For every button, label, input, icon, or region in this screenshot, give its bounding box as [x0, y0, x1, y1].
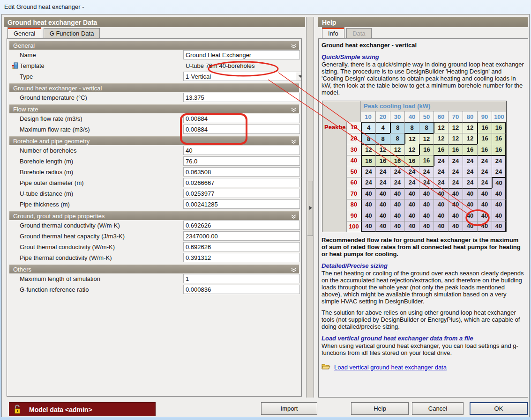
- collapse-chevron-icon[interactable]: [291, 139, 296, 145]
- form-row: Pipe thermal conductivity (W/m-K): [9, 252, 299, 263]
- collapse-chevron-icon[interactable]: [291, 107, 296, 113]
- form-row: Ground thermal conductivity (W/m-K): [9, 220, 299, 231]
- cooling-load-col-header: 20: [375, 111, 390, 122]
- cancel-button[interactable]: Cancel: [412, 402, 464, 415]
- field-input[interactable]: [183, 125, 300, 134]
- table-cell: 24: [375, 166, 390, 177]
- heating-load-row-header: 50: [347, 166, 361, 177]
- table-cell: 8: [419, 122, 434, 133]
- table-cell: 24: [434, 155, 448, 166]
- tab-g-function-data[interactable]: G Function Data: [44, 28, 100, 38]
- table-cell: 40: [492, 188, 506, 199]
- heating-load-row-header: 30: [347, 144, 361, 155]
- section-header[interactable]: Ground, grout and pipe properties: [9, 211, 299, 220]
- table-cell: 12: [375, 144, 390, 155]
- field-label: Pipe thermal conductivity (W/m-K): [20, 254, 112, 261]
- field-input[interactable]: [183, 274, 300, 283]
- import-button[interactable]: Import: [261, 402, 317, 415]
- tab-general[interactable]: General: [7, 27, 41, 38]
- table-cell: 40: [463, 199, 477, 210]
- table-cell: 40: [375, 199, 390, 210]
- collapse-chevron-icon[interactable]: [291, 43, 296, 50]
- form-row: U-tube distance (m): [9, 188, 299, 199]
- section-header[interactable]: Borehole and pipe geometry: [9, 136, 299, 145]
- table-cell: 16: [492, 122, 506, 133]
- field-input[interactable]: [183, 189, 300, 198]
- collapse-chevron-icon[interactable]: [291, 267, 296, 273]
- field-input[interactable]: [183, 167, 300, 177]
- borehole-sizing-table: Peak cooling load (kW)102030405060708090…: [322, 101, 507, 232]
- cooling-load-col-header: 10: [361, 111, 375, 122]
- field-label: Number of boreholes: [20, 147, 76, 154]
- section-header[interactable]: Ground heat exchanger - vertical: [9, 83, 299, 92]
- window-titlebar[interactable]: Edit Ground heat exchanger -: [0, 0, 531, 14]
- field-input[interactable]: [183, 50, 300, 59]
- table-cell: 16: [404, 155, 419, 166]
- cooling-load-col-header: 30: [390, 111, 404, 122]
- table-cell: 40: [477, 188, 492, 199]
- table-cell: 40: [419, 188, 434, 199]
- section-header[interactable]: Flow rate: [9, 104, 299, 113]
- open-folder-icon[interactable]: [322, 363, 330, 371]
- field-label: Grout thermal conductivity (W/m-K): [20, 243, 115, 251]
- solution-text: The solution for above relies on using o…: [322, 309, 525, 330]
- table-cell: 4: [361, 122, 375, 133]
- field-static-value[interactable]: U-tube 76m 40-boreholes: [183, 62, 300, 69]
- table-cell: 40: [361, 210, 375, 221]
- section-header[interactable]: General: [9, 41, 299, 50]
- help-button[interactable]: Help: [351, 402, 409, 415]
- field-input[interactable]: [183, 231, 300, 241]
- field-input[interactable]: [183, 146, 300, 155]
- field-input[interactable]: [183, 199, 300, 209]
- section-header[interactable]: Others: [9, 265, 299, 273]
- table-cell: 16: [477, 133, 492, 144]
- table-cell: 12: [463, 122, 477, 133]
- table-cell: 40: [492, 199, 506, 210]
- table-cell: 40: [375, 188, 390, 199]
- data-tab-row: General G Function Data: [4, 27, 305, 38]
- panel-splitter[interactable]: [306, 17, 314, 398]
- cooling-load-col-header: 40: [404, 111, 419, 122]
- tab-info[interactable]: Info: [322, 27, 344, 38]
- field-input[interactable]: [183, 253, 300, 262]
- field-input[interactable]: [183, 178, 300, 187]
- quick-sizing-heading: Quick/Simple sizing: [322, 53, 525, 60]
- field-input[interactable]: [183, 242, 300, 251]
- table-cell: 24: [390, 177, 404, 188]
- form-row: Pipe outer diameter (m): [9, 177, 299, 188]
- table-cell: 24: [463, 177, 477, 188]
- field-combobox[interactable]: 1-Vertical: [183, 72, 302, 81]
- splitter-collapse-arrow-icon[interactable]: [309, 206, 314, 210]
- field-input[interactable]: [183, 114, 300, 123]
- table-cell: 16: [477, 144, 492, 155]
- ok-button[interactable]: OK: [470, 402, 528, 415]
- field-input[interactable]: [183, 156, 300, 166]
- load-ghe-data-link[interactable]: Load vertical ground heat exchanger data: [334, 364, 447, 371]
- table-cell: 8: [375, 133, 390, 144]
- table-corner: [322, 101, 361, 122]
- heating-load-header: Peakheatingload(kW): [322, 122, 347, 232]
- recommended-flow-text: Recommended flow rate for ground heat ex…: [322, 236, 525, 258]
- splitter-thumb[interactable]: [307, 181, 313, 236]
- collapse-chevron-icon[interactable]: [291, 214, 296, 220]
- table-cell: 40: [434, 210, 448, 221]
- model-data-status-bar: Model data <admin>: [9, 402, 156, 416]
- heating-load-row-header: 100: [347, 221, 361, 232]
- field-input[interactable]: [183, 93, 300, 102]
- field-input[interactable]: [183, 285, 300, 294]
- table-cell: 12: [404, 144, 419, 155]
- table-cell: 24: [477, 166, 492, 177]
- heating-load-row-header: 60: [347, 177, 361, 188]
- heating-load-row-header: 40: [347, 155, 361, 166]
- table-cell: 24: [463, 166, 477, 177]
- table-cell: 12: [448, 133, 463, 144]
- table-cell: 24: [448, 166, 463, 177]
- combobox-dropdown-arrow-icon[interactable]: [296, 72, 302, 81]
- table-cell: 16: [463, 144, 477, 155]
- table-cell: 8: [390, 122, 404, 133]
- field-input[interactable]: [183, 221, 300, 230]
- table-cell: 40: [390, 199, 404, 210]
- load-data-heading: Load vertical ground heat exchanger data…: [322, 335, 525, 342]
- form-body: GeneralNameTemplateU-tube 76m 40-borehol…: [7, 38, 302, 397]
- heating-load-row-header: 80: [347, 199, 361, 210]
